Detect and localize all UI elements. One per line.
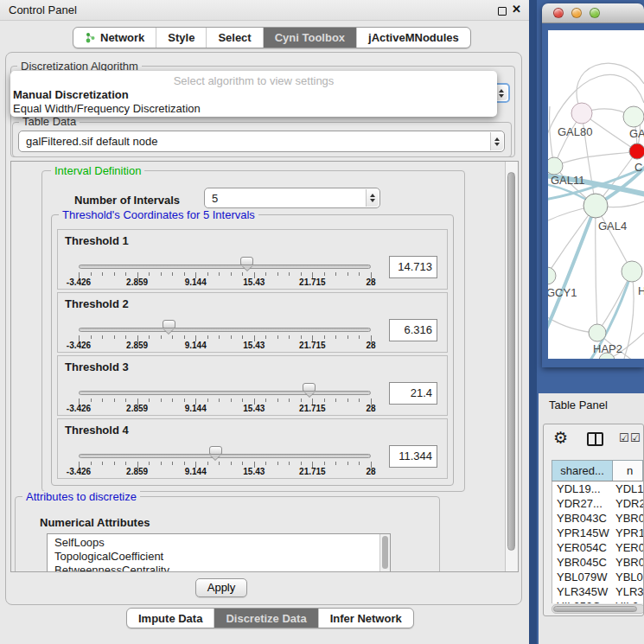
node-label-gal80: GAL80 (558, 125, 592, 138)
algorithm-placeholder: Select algorithm to view settings (10, 73, 497, 88)
threshold-label: Threshold 2 (65, 297, 129, 310)
tick-mark (219, 399, 220, 402)
tick-label: 2.859 (126, 467, 148, 476)
numerical-attributes-list[interactable]: SelfLoopsTopologicalCoefficientBetweenne… (47, 533, 391, 572)
tab-select[interactable]: Select (206, 28, 262, 48)
table-row[interactable]: YIL052CYIL0 (552, 599, 643, 603)
tick-label: 15.43 (243, 467, 265, 476)
table-panel-frame: ⚙ ☑ ☑ shared... n YDL19...YDL1YDR27...YD… (543, 424, 644, 616)
combo-arrows-icon (490, 132, 503, 150)
tick-mark (114, 462, 115, 465)
network-view-window[interactable]: GAL80GACGAL11GAL4GCY1HHAP2 (542, 3, 644, 367)
tab-label: jActiveMNodules (368, 31, 459, 44)
number-of-intervals-combobox[interactable]: 5 (204, 188, 380, 208)
attributes-group: Attributes to discretize Numerical Attri… (15, 496, 440, 572)
GAL4-node[interactable] (583, 194, 608, 218)
tick-mark (149, 462, 150, 465)
scrollbar-thumb[interactable] (553, 606, 637, 612)
threshold-value-field[interactable]: 14.713 (389, 256, 437, 278)
scrollbar-thumb[interactable] (382, 536, 388, 569)
GCY1-node[interactable] (548, 267, 556, 284)
close-icon[interactable]: ✕ (512, 3, 521, 16)
slider-track[interactable] (79, 265, 371, 269)
table-row[interactable]: YDL19...YDL1 (552, 481, 643, 496)
tab-style[interactable]: Style (156, 28, 206, 48)
table-row[interactable]: YDR27...YDR2 (552, 496, 643, 511)
tick-mark (301, 462, 302, 465)
float-window-icon[interactable] (498, 7, 507, 16)
network-window-titlebar[interactable] (542, 3, 644, 23)
table-row[interactable]: YPR145WYPR1 (552, 526, 643, 540)
algorithm-option-manual-discretization[interactable]: Manual Discretization (10, 88, 497, 102)
thresholds-group-title: Threshold's Coordinates for 5 Intervals (59, 209, 258, 221)
zoom-button[interactable] (590, 8, 600, 18)
cell-name: YBL0 (613, 570, 643, 584)
threshold-value-field[interactable]: 11.344 (389, 445, 437, 468)
tick-mark (91, 272, 92, 276)
table-data-combobox[interactable]: galFiltered.sif default node (18, 131, 505, 152)
table-row[interactable]: YER054CYER0 (552, 540, 643, 555)
tick-mark (324, 399, 325, 402)
tick-mark (184, 272, 185, 276)
slider-thumb[interactable] (240, 257, 253, 265)
combo-arrows-icon (366, 189, 379, 207)
tick-label: 21.715 (299, 341, 326, 350)
threshold-value-field[interactable]: 21.4 (389, 382, 437, 405)
split-columns-icon[interactable] (587, 432, 603, 446)
attribute-item-betweennesscentrality[interactable]: BetweennessCentrality (54, 564, 390, 572)
tick-mark (114, 399, 115, 402)
tab-network[interactable]: Network (73, 28, 156, 48)
network-edge (548, 206, 596, 333)
table-row[interactable]: YLR345WYLR3 (552, 584, 643, 599)
HAP2-node[interactable] (589, 324, 606, 341)
tick-mark (335, 335, 336, 339)
column-header-name[interactable]: n (613, 461, 642, 481)
table-row[interactable]: YBR045CYBR0 (552, 555, 643, 570)
tab-impute-data[interactable]: Impute Data (127, 609, 214, 628)
GAL80-node[interactable] (571, 103, 592, 124)
tick-label: 9.144 (185, 467, 207, 476)
column-header-shared-name[interactable]: shared... (552, 461, 613, 481)
checkbox-icon[interactable]: ☑ (630, 431, 641, 444)
tab-discretize-data[interactable]: Discretize Data (214, 609, 317, 628)
tick-mark (265, 399, 266, 402)
tick-mark (277, 272, 278, 276)
algorithm-option-equal-width-frequency-discretization[interactable]: Equal Width/Frequency Discretization (10, 102, 497, 116)
tab-jactivemnodules[interactable]: jActiveMNodules (356, 28, 470, 48)
tick-mark (219, 272, 220, 276)
table-horizontal-scrollbar[interactable] (552, 604, 644, 614)
settings-scrollbar[interactable] (505, 162, 518, 571)
slider-track[interactable] (79, 454, 371, 458)
GAL11-node[interactable] (548, 157, 563, 175)
close-button[interactable] (553, 8, 564, 18)
attribute-item-selfloops[interactable]: SelfLoops (54, 536, 390, 550)
attribute-item-topologicalcoefficient[interactable]: TopologicalCoefficient (54, 550, 390, 564)
checkbox-icon[interactable]: ☑ (619, 431, 629, 444)
slider-track[interactable] (79, 391, 371, 395)
thresholds-group: Threshold's Coordinates for 5 Intervals … (51, 214, 454, 486)
tab-cyni-toolbox[interactable]: Cyni Toolbox (263, 28, 356, 48)
selected-red-node[interactable] (629, 143, 644, 159)
tab-label: Style (168, 31, 194, 44)
node[interactable] (623, 106, 644, 127)
list-scrollbar[interactable] (379, 534, 390, 571)
table-row[interactable]: YBR043CYBR0 (552, 511, 643, 526)
scrollbar-thumb[interactable] (507, 172, 515, 551)
algorithm-settings-panel: Interval Definition Number of Intervals … (10, 161, 519, 572)
slider-thumb[interactable] (209, 446, 222, 455)
table-row[interactable]: YBL079WYBL0 (552, 570, 643, 584)
gear-icon[interactable]: ⚙ (553, 428, 568, 448)
apply-button[interactable]: Apply (195, 578, 247, 597)
tick-label: 21.715 (299, 404, 326, 413)
tab-infer-network[interactable]: Infer Network (318, 609, 413, 628)
slider-track[interactable] (79, 328, 371, 332)
minimize-button[interactable] (571, 8, 582, 18)
cell-name: YPR1 (613, 526, 643, 540)
slider-thumb[interactable] (163, 320, 175, 328)
tick-label: 21.715 (299, 467, 326, 476)
H-node[interactable] (622, 261, 642, 282)
threshold-value-field[interactable]: 6.316 (389, 319, 437, 341)
network-canvas[interactable]: GAL80GACGAL11GAL4GCY1HHAP2 (548, 30, 644, 359)
slider-thumb[interactable] (303, 383, 316, 392)
tick-mark (265, 462, 266, 465)
